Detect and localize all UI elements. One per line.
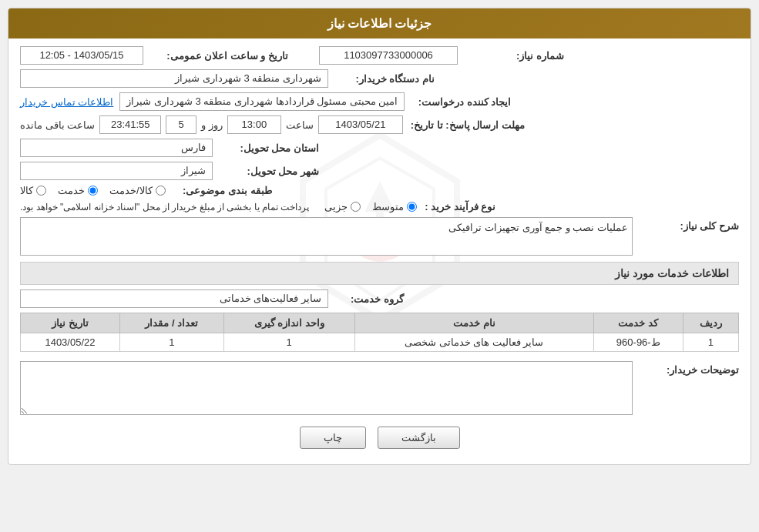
tabaqe-kala-item[interactable]: کالا <box>20 185 46 196</box>
button-row: بازگشت چاپ <box>20 427 739 449</box>
page-title: جزئیات اطلاعات نیاز <box>327 17 432 30</box>
table-cell-0: 1 <box>683 333 738 352</box>
sharh-label: شرح کلی نیاز: <box>639 217 739 232</box>
tabaqe-radio-group: کالا/خدمت خدمت کالا <box>20 185 166 196</box>
tosih-kharidar-label: توضیحات خریدار: <box>639 361 739 376</box>
farayand-radio-group: متوسط جزیی <box>324 201 417 212</box>
sharh-value: عملیات نصب و جمع آوری تجهیزات ترافیکی <box>448 222 628 233</box>
table-cell-4: 1 <box>119 333 223 352</box>
table-cell-5: 1403/05/22 <box>21 333 120 352</box>
table-cell-1: ط-96-960 <box>593 333 683 352</box>
tabaqe-kalaKhedmat-label: کالا/خدمت <box>109 185 153 196</box>
tabaqe-khedmat-item[interactable]: خدمت <box>58 185 98 196</box>
table-row: 1ط-96-960سایر فعالیت های خدماتی شخصی1114… <box>21 333 739 352</box>
back-button[interactable]: بازگشت <box>378 427 460 449</box>
ostan-label: استان محل تحویل: <box>219 142 319 154</box>
tarikh-value: 1403/05/15 - 12:05 <box>20 46 143 65</box>
tarikh-label: تاریخ و ساعت اعلان عمومی: <box>149 50 288 62</box>
col-radif: ردیف <box>683 313 738 333</box>
mohlat-countdown: 23:41:55 <box>99 115 161 134</box>
col-kod: کد خدمت <box>593 313 683 333</box>
roz-label: روز و <box>201 119 223 131</box>
service-table: ردیف کد خدمت نام خدمت واحد اندازه گیری ت… <box>20 313 739 352</box>
print-button[interactable]: چاپ <box>300 427 366 449</box>
table-cell-2: سایر فعالیت های خدماتی شخصی <box>354 333 593 352</box>
group-khedmat-value: سایر فعالیت‌های خدماتی <box>20 289 328 308</box>
nam-dastgah-value: شهرداری منطقه 3 شهرداری شیراز <box>20 69 328 88</box>
sharh-box: عملیات نصب و جمع آوری تجهیزات ترافیکی <box>20 217 633 256</box>
farayand-jozii-item[interactable]: جزیی <box>324 201 361 212</box>
ijad-konande-label: ایجاد کننده درخواست: <box>411 96 511 108</box>
shomare-niaz-label: شماره نیاز: <box>464 50 564 62</box>
col-tedad: تعداد / مقدار <box>119 313 223 333</box>
mohlat-label: مهلت ارسال پاسخ: تا تاریخ: <box>409 119 525 131</box>
col-nam: نام خدمت <box>354 313 593 333</box>
col-tarikh: تاریخ نیاز <box>21 313 120 333</box>
saat-label: ساعت <box>286 119 314 131</box>
tabaqe-khedmat-label: خدمت <box>58 185 85 196</box>
shomare-niaz-value: 1103097733000006 <box>319 46 458 65</box>
tabaqe-label: طبقه بندی موضوعی: <box>172 185 272 196</box>
tabaqe-kalaKhedmat-radio[interactable] <box>156 186 166 196</box>
tabaqe-khedmat-radio[interactable] <box>88 186 98 196</box>
table-cell-3: 1 <box>223 333 354 352</box>
page-header: جزئیات اطلاعات نیاز <box>8 8 751 38</box>
remain-label: ساعت باقی مانده <box>20 119 95 131</box>
nam-dastgah-label: نام دستگاه خریدار: <box>334 73 435 85</box>
farayand-jozii-label: جزیی <box>324 201 348 212</box>
noe-farayand-label: نوع فرآیند خرید : <box>425 201 495 212</box>
farayand-note: پرداخت تمام یا بخشی از مبلغ خریدار از مح… <box>20 202 309 212</box>
farayand-motavasset-label: متوسط <box>372 201 404 212</box>
tabaqe-kalaKhedmat-item[interactable]: کالا/خدمت <box>109 185 166 196</box>
mohlat-date: 1403/05/21 <box>318 115 403 134</box>
tosih-kharidar-textarea[interactable] <box>20 361 633 415</box>
tabaqe-kala-label: کالا <box>20 185 33 196</box>
mohlat-days: 5 <box>166 115 196 134</box>
tabaqe-kala-radio[interactable] <box>36 186 46 196</box>
ittila-tamas-link[interactable]: اطلاعات تماس خریدار <box>20 96 113 108</box>
farayand-motavasset-item[interactable]: متوسط <box>372 201 417 212</box>
info-section-header: اطلاعات خدمات مورد نیاز <box>20 262 739 285</box>
ostan-value: فارس <box>20 139 213 157</box>
farayand-motavasset-radio[interactable] <box>407 202 417 212</box>
shahr-label: شهر محل تحویل: <box>219 166 319 177</box>
mohlat-time: 13:00 <box>227 115 281 134</box>
farayand-jozii-radio[interactable] <box>351 202 361 212</box>
group-khedmat-label: گروه خدمت: <box>334 293 404 305</box>
col-vahed: واحد اندازه گیری <box>223 313 354 333</box>
shahr-value: شیراز <box>20 162 213 180</box>
ijad-konande-value: امین محبتی مسئول قراردادها شهرداری منطقه… <box>119 92 405 111</box>
